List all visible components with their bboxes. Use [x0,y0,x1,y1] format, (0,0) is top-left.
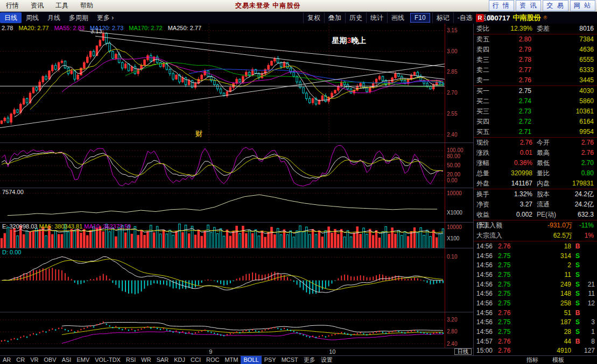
macd-pane[interactable]: D: 0.000.10 [0,248,473,312]
toolbar-button[interactable]: 统计 [366,12,387,23]
main-candlestick-pane[interactable]: 3.13星期3晚上财3.153.002.852.702.552.40 [0,24,473,143]
toolbar-button[interactable]: 复权 [303,12,324,23]
tick-time: 14:57 [476,338,498,345]
indicator-tab[interactable]: WR [138,356,153,364]
bid-row: 买二2.745860 [474,96,597,106]
weibi-label: 委比 [476,24,498,34]
bid-row: 买一2.754030 [474,86,597,96]
menu-item[interactable]: 工具 [50,1,74,10]
period-tab[interactable]: 月线 [43,12,65,23]
period-tab[interactable]: 多周期 [65,12,93,23]
toolbar-button[interactable]: 标记 [432,12,453,23]
bid-price[interactable]: 2.72 [500,117,531,127]
toolbar-button[interactable]: 叠加 [324,12,345,23]
volume-pane[interactable]: E: 320998.03 MA5: 380343.81 MA10: 362379… [0,223,473,248]
indicator-tab[interactable]: OBV [41,356,59,364]
indicator-tab[interactable]: MCST [279,356,301,364]
boll-pane[interactable]: 3.202.802.40 [0,312,473,348]
toolbar-button[interactable]: 画线 [387,12,408,23]
indicator-tab[interactable]: ASI [59,356,74,364]
money-flow-row: 大宗流入62.5万1% [474,231,597,241]
tick-count: 127 [582,347,597,354]
quick-nav-button[interactable]: 行 情 [489,0,514,11]
fund-label: 股本 [532,189,558,199]
axis-label: 2.70 [447,90,457,96]
info-row: 涨幅0.36%最低2.70 [474,158,597,168]
ask-price[interactable]: 2.77 [500,65,531,75]
indicator-tab[interactable]: MTM [222,356,241,364]
indicator-tab[interactable]: PSY [262,356,279,364]
y-axis-boll-pane: 3.202.802.40 [445,312,473,348]
bid-volume: 6164 [531,117,597,127]
chart-area[interactable]: 2.78MA20: 2.77MA55: 2.83MA120: 2.73MA170… [0,24,473,348]
axis-label: 10000 [447,190,462,196]
info-value: 0.36% [498,158,532,168]
tick-volume: 18 [521,242,573,250]
indicator-menu[interactable]: 模板 [550,356,567,364]
tick-direction-flag: S [573,299,582,307]
amount-line-pane[interactable]: 7574.0010000X1000 [0,188,473,223]
indicator-tab[interactable]: CCI [188,356,203,364]
indicator-tab[interactable]: KDJ [171,356,188,364]
kdj-pane[interactable]: 100.0080.0050.0020.000.00 [0,143,473,188]
toolbar-button[interactable]: -自选 [453,12,476,23]
quick-nav-button[interactable]: 交 易 [543,0,568,11]
ask-price[interactable]: 2.79 [500,45,531,55]
indicator-tab[interactable]: EMV [74,356,92,364]
indicator-menu[interactable]: 指标 [524,356,541,364]
tick-price: 2.76 [498,347,521,354]
fundamental-row: 换手1.32%股本24.2亿 [474,189,597,199]
menu-item[interactable]: 帮助 [74,1,99,10]
tick-direction-flag: S [573,271,582,279]
ask-price[interactable]: 2.78 [500,55,531,65]
indicator-tab[interactable]: 更多 [301,356,318,364]
bid-price[interactable]: 2.74 [500,96,531,106]
indicator-tab[interactable]: VR [27,356,41,364]
indicator-tab[interactable]: CR [13,356,27,364]
ask-price[interactable]: 2.76 [500,75,531,85]
tick-time: 14:56 [476,318,498,326]
bid-price[interactable]: 2.73 [500,106,531,117]
bid-row: 买四2.726164 [474,117,597,127]
quick-nav-button[interactable]: 资 讯 [516,0,541,11]
tick-direction-flag: S [573,290,582,297]
quick-nav-button[interactable]: 网 站 [570,0,595,11]
svg-text:财: 财 [195,130,202,138]
tick-time: 14:56 [476,290,498,297]
flow-percent: 1% [572,231,597,241]
toolbar-button[interactable]: 历史 [345,12,366,23]
flow-label: 大宗流入 [476,231,510,241]
indicator-tab[interactable]: BOLL [241,356,261,364]
margin-trading-icon: R [476,14,484,22]
weibi-row: 委比12.39%委差8016 [474,24,597,34]
info-value: 2.70 [558,158,597,168]
indicator-tab[interactable]: VOL-TDX [92,356,123,364]
menu-item[interactable]: 资讯 [25,1,50,10]
tick-direction-flag: B [573,309,582,317]
indicator-tab[interactable]: AR [0,356,13,364]
tick-list[interactable]: 14:562.7618B14:562.75314S14:562.752S14:5… [474,241,597,355]
tick-price: 2.75 [498,281,521,288]
menu-items: 行情资讯工具帮助 [0,1,99,10]
indicator-tab[interactable]: ROC [203,356,222,364]
bid-price[interactable]: 2.71 [500,127,531,137]
menu-item[interactable]: 行情 [0,1,25,10]
ma-label: MA20: 2.77 [18,25,48,31]
ask-price[interactable]: 2.80 [500,34,531,45]
bid-price[interactable]: 2.75 [500,86,531,96]
indicator-tab[interactable]: RSI [123,356,138,364]
period-tab[interactable]: 周线 [22,12,43,23]
tick-price: 2.76 [498,338,521,345]
indicator-tab[interactable]: 设置 [318,356,335,364]
axis-label: 0.00 [447,177,457,183]
period-tab[interactable]: 更多 › [93,12,118,23]
svg-text:星期3晚上: 星期3晚上 [332,36,367,45]
period-tab[interactable]: 日线 [0,12,22,23]
y-axis-amount-line-pane: 10000X1000 [445,188,473,223]
y-axis-macd-pane: 0.10 [445,248,473,312]
toolbar-button[interactable]: F10 [410,13,430,23]
indicator-tab[interactable]: SAR [154,356,172,364]
tick-volume: 11 [521,271,573,279]
tick-time: 14:56 [476,309,498,317]
axis-label: 2.85 [447,69,457,75]
